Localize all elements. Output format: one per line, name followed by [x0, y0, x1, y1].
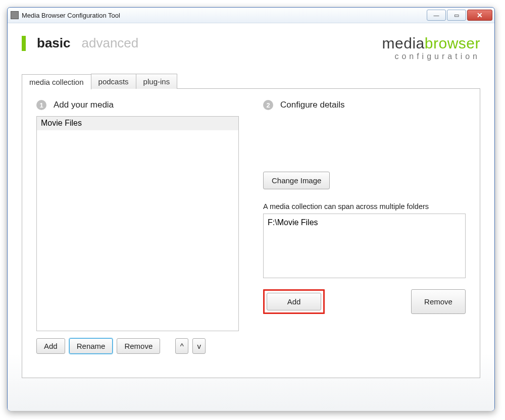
- media-list[interactable]: Movie Files: [36, 116, 239, 331]
- brand-part2: browser: [425, 35, 480, 51]
- mode-basic[interactable]: basic: [37, 35, 71, 51]
- media-remove-button[interactable]: Remove: [117, 338, 160, 354]
- step2-title: Configure details: [280, 100, 345, 110]
- list-item[interactable]: F:\Movie Files: [268, 217, 461, 228]
- tabstrip: media collection podcasts plug-ins: [22, 74, 480, 89]
- brand-logo: mediabrowser configuration: [382, 35, 480, 61]
- move-down-button[interactable]: v: [192, 338, 206, 354]
- folder-remove-button[interactable]: Remove: [411, 289, 466, 314]
- list-item[interactable]: Movie Files: [37, 117, 238, 130]
- step1-badge: 1: [36, 100, 46, 110]
- tab-panel-media-collection: 1 Add your media Movie Files Add Rename …: [22, 88, 480, 378]
- close-icon: ✕: [477, 11, 483, 19]
- maximize-button[interactable]: ▭: [447, 10, 466, 21]
- media-add-button[interactable]: Add: [36, 338, 65, 354]
- tab-podcasts[interactable]: podcasts: [91, 74, 136, 89]
- minimize-button[interactable]: —: [427, 10, 446, 21]
- tab-plugins[interactable]: plug-ins: [136, 74, 178, 89]
- accent-bar: [22, 36, 26, 51]
- right-column: 2 Configure details Change Image A media…: [263, 99, 466, 365]
- titlebar[interactable]: Media Browser Configuration Tool — ▭ ✕: [8, 8, 494, 23]
- minimize-icon: —: [434, 12, 439, 18]
- mode-advanced[interactable]: advanced: [82, 35, 139, 51]
- maximize-icon: ▭: [454, 12, 459, 19]
- brand-sub: configuration: [382, 52, 480, 61]
- brand-part1: media: [382, 35, 425, 51]
- app-icon: [11, 11, 19, 19]
- media-rename-button[interactable]: Rename: [69, 338, 113, 354]
- close-button[interactable]: ✕: [467, 10, 492, 21]
- highlight-add: Add: [263, 289, 325, 314]
- move-up-button[interactable]: ^: [175, 338, 188, 354]
- left-column: 1 Add your media Movie Files Add Rename …: [36, 99, 239, 365]
- folders-hint: A media collection can span across multi…: [263, 202, 466, 211]
- tab-media-collection[interactable]: media collection: [22, 74, 91, 89]
- window-title: Media Browser Configuration Tool: [22, 12, 427, 19]
- app-window: Media Browser Configuration Tool — ▭ ✕ b…: [7, 7, 495, 411]
- step2-badge: 2: [263, 100, 273, 110]
- change-image-button[interactable]: Change Image: [263, 172, 330, 189]
- folders-list[interactable]: F:\Movie Files: [263, 214, 466, 278]
- step1-title: Add your media: [54, 100, 114, 110]
- folder-add-button[interactable]: Add: [267, 293, 321, 310]
